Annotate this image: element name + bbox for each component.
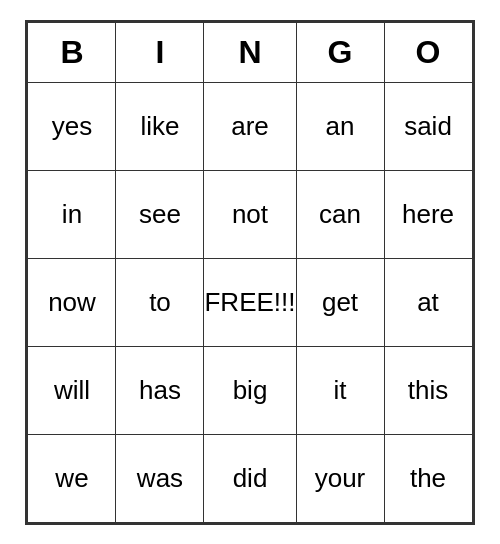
bingo-cell: FREE!!! <box>204 258 296 346</box>
bingo-cell: has <box>116 346 204 434</box>
bingo-cell: will <box>28 346 116 434</box>
table-row: willhasbigitthis <box>28 346 472 434</box>
header-row: BINGO <box>28 22 472 82</box>
bingo-cell: big <box>204 346 296 434</box>
bingo-table: BINGO yeslikeareansaidinseenotcanherenow… <box>27 22 472 523</box>
bingo-cell: get <box>296 258 384 346</box>
bingo-cell: yes <box>28 82 116 170</box>
bingo-cell: see <box>116 170 204 258</box>
bingo-cell: like <box>116 82 204 170</box>
header-cell-i: I <box>116 22 204 82</box>
header-cell-o: O <box>384 22 472 82</box>
bingo-cell: at <box>384 258 472 346</box>
bingo-cell: it <box>296 346 384 434</box>
bingo-cell: we <box>28 434 116 522</box>
bingo-cell: not <box>204 170 296 258</box>
table-row: yeslikeareansaid <box>28 82 472 170</box>
header-cell-g: G <box>296 22 384 82</box>
bingo-cell: can <box>296 170 384 258</box>
bingo-cell: in <box>28 170 116 258</box>
table-row: nowtoFREE!!!getat <box>28 258 472 346</box>
bingo-cell: are <box>204 82 296 170</box>
header-cell-b: B <box>28 22 116 82</box>
bingo-cell: now <box>28 258 116 346</box>
bingo-cell: did <box>204 434 296 522</box>
bingo-cell: an <box>296 82 384 170</box>
bingo-cell: this <box>384 346 472 434</box>
table-row: wewasdidyourthe <box>28 434 472 522</box>
bingo-cell: the <box>384 434 472 522</box>
bingo-cell: to <box>116 258 204 346</box>
bingo-card: BINGO yeslikeareansaidinseenotcanherenow… <box>25 20 474 525</box>
bingo-cell: your <box>296 434 384 522</box>
header-cell-n: N <box>204 22 296 82</box>
table-row: inseenotcanhere <box>28 170 472 258</box>
bingo-cell: here <box>384 170 472 258</box>
bingo-cell: said <box>384 82 472 170</box>
bingo-cell: was <box>116 434 204 522</box>
